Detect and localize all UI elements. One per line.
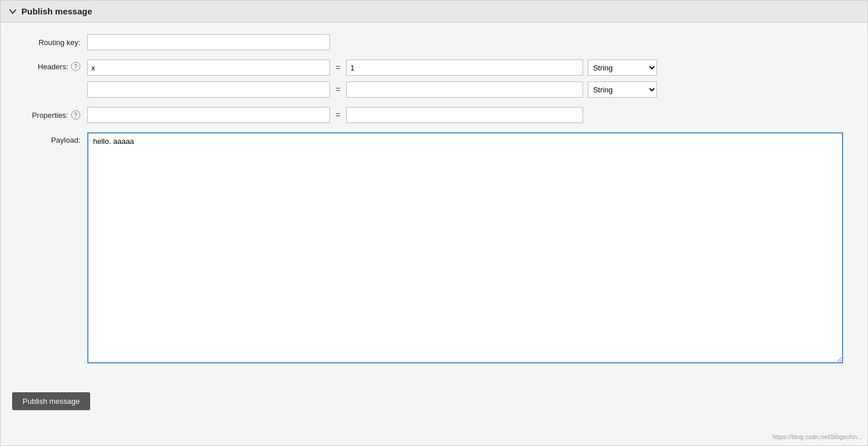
watermark: https://blog.csdn.net/blogsohn... <box>773 433 862 440</box>
header-key-input-1[interactable] <box>87 60 330 76</box>
publish-message-panel: Publish message Routing key: Headers: ? … <box>0 0 868 446</box>
headers-group: = String Number Boolean = S <box>87 60 657 98</box>
properties-help-badge[interactable]: ? <box>71 110 80 120</box>
publish-message-button[interactable]: Publish message <box>12 392 90 410</box>
form-body: Routing key: Headers: ? = String Numb <box>1 23 867 386</box>
header-key-input-2[interactable] <box>87 81 330 98</box>
property-key-input[interactable] <box>87 107 330 123</box>
headers-row: Headers: ? = String Number Boolean <box>12 60 850 98</box>
equals-2: = <box>336 85 340 94</box>
payload-label: Payload: <box>12 132 87 144</box>
panel-title: Publish message <box>21 6 92 16</box>
equals-1: = <box>336 63 340 72</box>
header-row-2: = String Number Boolean <box>87 81 657 98</box>
headers-help-badge[interactable]: ? <box>71 62 80 71</box>
header-type-select-2[interactable]: String Number Boolean <box>588 81 657 98</box>
chevron-down-icon <box>9 8 17 16</box>
routing-key-label: Routing key: <box>12 38 87 47</box>
button-row: Publish message <box>1 386 867 416</box>
headers-label: Headers: ? <box>12 60 87 71</box>
properties-row: Properties: ? = <box>12 107 850 123</box>
panel-header: Publish message <box>1 1 867 23</box>
routing-key-input[interactable] <box>87 34 330 50</box>
routing-key-row: Routing key: <box>12 34 850 50</box>
payload-row: Payload: hello. aaaaa <box>12 132 850 363</box>
header-value-input-1[interactable] <box>346 60 583 76</box>
properties-label: Properties: ? <box>12 110 87 120</box>
header-row-1: = String Number Boolean <box>87 60 657 76</box>
header-value-input-2[interactable] <box>346 81 583 98</box>
payload-textarea[interactable]: hello. aaaaa <box>87 132 843 363</box>
property-value-input[interactable] <box>346 107 583 123</box>
header-type-select-1[interactable]: String Number Boolean <box>588 60 657 76</box>
equals-3: = <box>336 110 340 120</box>
